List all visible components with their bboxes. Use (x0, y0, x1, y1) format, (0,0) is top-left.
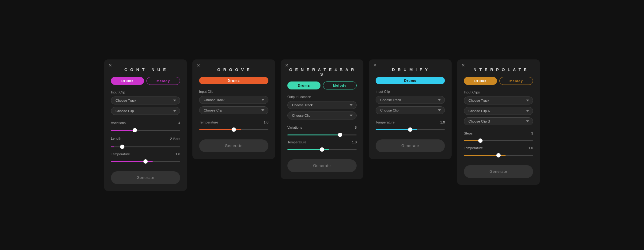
dropdown-1[interactable]: Choose Clip (376, 106, 445, 114)
panel-title: C O N T I N U E (111, 67, 180, 72)
section-label: Input Clips (464, 90, 533, 94)
section-label: Input Clip (376, 90, 445, 93)
slider-row-variations: Variations8 (287, 126, 357, 129)
panel-generate4bars: ✕G E N E R A T E 4 B A R SDrumsMelodyOut… (281, 59, 363, 179)
slider-wrap (111, 143, 180, 149)
panel-drumify: ✕D R U M I F YDrumsInput ClipChoose Trac… (369, 59, 452, 159)
slider-label: Variations (287, 126, 302, 129)
slider-input-variations[interactable] (287, 134, 357, 135)
dropdown-0[interactable]: Choose Track (199, 96, 268, 104)
slider-input-steps[interactable] (464, 140, 533, 141)
close-icon[interactable]: ✕ (285, 63, 289, 67)
slider-wrap (376, 126, 445, 131)
panel-groove: ✕G R O O V EDrumsInput ClipChoose TrackC… (192, 59, 275, 159)
tab-melody[interactable]: Melody (323, 81, 357, 89)
tab-group: Drums (376, 77, 445, 84)
slider-value: 8 (355, 126, 357, 129)
tab-drums[interactable]: Drums (287, 81, 320, 89)
slider-label: Temperature (464, 146, 483, 150)
tab-group: DrumsMelody (287, 81, 357, 89)
slider-row-temperature: Temperature1.0 (111, 152, 180, 156)
slider-value: 2Bars (170, 136, 180, 141)
panel-title: D R U M I F Y (376, 67, 445, 72)
slider-row-temperature: Temperature1.0 (199, 120, 268, 124)
slider-input-temperature[interactable] (376, 129, 445, 130)
slider-input-temperature[interactable] (199, 129, 268, 130)
slider-value: 1.0 (176, 152, 180, 156)
slider-label: Temperature (111, 152, 130, 156)
section-label: Input Clip (111, 90, 180, 94)
tab-group: Drums (199, 77, 268, 84)
slider-wrap (287, 146, 357, 151)
slider-input-length[interactable] (111, 146, 180, 147)
slider-row-length: Length2Bars (111, 136, 180, 141)
slider-label: Temperature (199, 120, 218, 124)
section-label: Input Clip (199, 90, 268, 93)
panel-title: I N T E R P O L A T E (464, 67, 533, 72)
slider-wrap (464, 137, 533, 142)
generate-button[interactable]: Generate (111, 171, 180, 184)
generate-button[interactable]: Generate (287, 159, 357, 172)
slider-row-temperature: Temperature1.0 (376, 120, 445, 124)
generate-button[interactable]: Generate (376, 139, 445, 152)
slider-label: Temperature (376, 120, 395, 124)
close-icon[interactable]: ✕ (108, 63, 112, 67)
tab-drums[interactable]: Drums (376, 77, 445, 84)
slider-label: Temperature (287, 140, 306, 144)
slider-label: Steps (464, 131, 472, 135)
slider-row-temperature: Temperature1.0 (287, 140, 357, 144)
tab-melody[interactable]: Melody (146, 77, 180, 85)
slider-input-temperature[interactable] (464, 155, 533, 156)
panel-interpolate: ✕I N T E R P O L A T EDrumsMelodyInput C… (457, 59, 540, 185)
slider-row-variations: Variations4 (111, 121, 180, 125)
dropdown-0[interactable]: Choose Track (111, 97, 180, 104)
panel-title: G R O O V E (199, 67, 268, 72)
dropdown-1[interactable]: Choose Clip A (464, 107, 533, 115)
tab-group: DrumsMelody (111, 77, 180, 85)
dropdown-1[interactable]: Choose Clip (111, 107, 180, 115)
slider-value: 1.0 (352, 140, 357, 144)
dropdown-2[interactable]: Choose Clip B (464, 117, 533, 125)
slider-wrap (287, 131, 357, 137)
slider-row-temperature: Temperature1.0 (464, 146, 533, 150)
slider-label: Variations (111, 121, 126, 125)
slider-input-temperature[interactable] (111, 161, 180, 162)
dropdown-1[interactable]: Choose Clip (287, 112, 357, 119)
close-icon[interactable]: ✕ (461, 63, 465, 67)
dropdown-0[interactable]: Choose Track (464, 97, 533, 104)
slider-wrap (111, 158, 180, 163)
generate-button[interactable]: Generate (464, 165, 533, 178)
slider-input-variations[interactable] (111, 130, 180, 131)
tab-drums[interactable]: Drums (199, 77, 268, 84)
tab-drums[interactable]: Drums (464, 77, 497, 85)
tab-drums[interactable]: Drums (111, 77, 144, 85)
slider-wrap (199, 126, 268, 131)
dropdown-0[interactable]: Choose Track (376, 96, 445, 104)
slider-value: 3 (531, 131, 533, 135)
section-label: Output Location (287, 95, 357, 99)
slider-wrap (111, 127, 180, 132)
generate-button[interactable]: Generate (199, 139, 268, 152)
slider-value: 1.0 (264, 120, 268, 124)
tab-group: DrumsMelody (464, 77, 533, 85)
slider-value: 4 (178, 121, 180, 125)
slider-value: 1.0 (528, 146, 533, 150)
slider-value: 1.0 (440, 120, 445, 124)
tab-melody[interactable]: Melody (499, 77, 533, 85)
dropdown-0[interactable]: Choose Track (287, 101, 357, 109)
panels-container: ✕C O N T I N U EDrumsMelodyInput ClipCho… (104, 59, 540, 191)
close-icon[interactable]: ✕ (197, 63, 200, 67)
slider-input-temperature[interactable] (287, 149, 357, 150)
slider-label: Length (111, 137, 121, 140)
slider-row-steps: Steps3 (464, 131, 533, 135)
slider-wrap (464, 152, 533, 157)
dropdown-1[interactable]: Choose Clip (199, 106, 268, 114)
close-icon[interactable]: ✕ (373, 63, 377, 67)
panel-continue: ✕C O N T I N U EDrumsMelodyInput ClipCho… (104, 59, 187, 191)
panel-title: G E N E R A T E 4 B A R S (287, 67, 357, 77)
